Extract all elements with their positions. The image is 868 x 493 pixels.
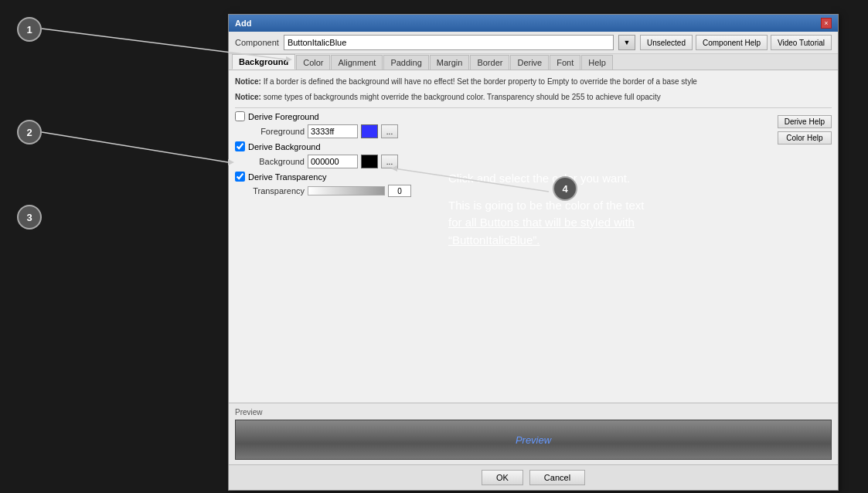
- preview-box: Preview: [235, 420, 832, 460]
- derive-help-button[interactable]: Derive Help: [778, 115, 832, 128]
- annotation-circle-3: 3: [17, 205, 42, 230]
- derive-background-row: Derive Background: [235, 141, 832, 151]
- notice-text-2: Notice: some types of backgrounds might …: [235, 93, 661, 101]
- notice-text-1: Notice: If a border is defined the backg…: [235, 77, 697, 86]
- notice-box-2: Notice: some types of backgrounds might …: [235, 92, 832, 103]
- side-buttons: Derive Help Color Help: [778, 115, 832, 144]
- tab-alignment[interactable]: Alignment: [331, 55, 383, 70]
- foreground-label: Foreground: [235, 127, 305, 136]
- video-tutorial-button[interactable]: Video Tutorial: [771, 35, 832, 50]
- dialog-title: Add: [235, 19, 251, 28]
- tab-color[interactable]: Color: [296, 55, 330, 70]
- separator-1: [235, 107, 832, 108]
- tab-derive[interactable]: Derive: [510, 55, 549, 70]
- background-row: Background ...: [235, 155, 832, 168]
- tabs-row: Background Color Alignment Padding Margi…: [229, 54, 838, 70]
- annotation-circle-2: 2: [17, 120, 42, 144]
- preview-section: Preview Preview: [229, 403, 838, 464]
- component-input[interactable]: [284, 35, 614, 50]
- tab-margin[interactable]: Margin: [430, 55, 470, 70]
- derive-foreground-label: Derive Foreground: [248, 112, 319, 121]
- transparency-slider[interactable]: [308, 186, 385, 196]
- tab-help[interactable]: Help: [581, 55, 613, 70]
- notice-box-1: Notice: If a border is defined the backg…: [235, 76, 832, 87]
- preview-text: Preview: [516, 434, 551, 446]
- background-ellipsis-button[interactable]: ...: [381, 155, 398, 168]
- annotation-instruction-1: Click and select the color you want.: [448, 170, 773, 188]
- derive-foreground-checkbox[interactable]: [235, 111, 245, 121]
- cancel-button[interactable]: Cancel: [529, 470, 585, 485]
- annotation-circle-1: 1: [17, 17, 42, 42]
- background-color-swatch[interactable]: [361, 155, 378, 168]
- add-dialog: Add × Component ▼ Unselected Component H…: [228, 14, 839, 491]
- derive-background-checkbox[interactable]: [235, 141, 245, 151]
- annotation-area: Click and select the color you want. Thi…: [448, 170, 773, 249]
- component-dropdown-button[interactable]: ▼: [618, 35, 635, 50]
- preview-label: Preview: [235, 408, 832, 416]
- tab-background[interactable]: Background: [232, 54, 295, 70]
- derive-foreground-row: Derive Foreground: [235, 111, 832, 121]
- dialog-titlebar: Add ×: [229, 15, 838, 32]
- component-label: Component: [235, 38, 279, 47]
- annotation-instruction-2: This is going to be the color of the tex…: [448, 197, 773, 250]
- transparency-label: Transparency: [235, 186, 305, 196]
- tab-font[interactable]: Font: [550, 55, 580, 70]
- tab-border[interactable]: Border: [470, 55, 509, 70]
- foreground-ellipsis-button[interactable]: ...: [381, 124, 398, 138]
- background-input[interactable]: [308, 155, 358, 168]
- dialog-footer: OK Cancel: [229, 464, 838, 490]
- derive-transparency-checkbox[interactable]: [235, 172, 245, 182]
- background-label: Background: [235, 157, 305, 166]
- svg-line-2: [42, 132, 228, 162]
- foreground-color-swatch[interactable]: [361, 124, 378, 138]
- component-help-button[interactable]: Component Help: [696, 35, 768, 50]
- transparency-value-input[interactable]: [388, 185, 411, 197]
- tab-padding[interactable]: Padding: [383, 55, 428, 70]
- ok-button[interactable]: OK: [482, 470, 523, 485]
- foreground-row: Foreground ...: [235, 124, 832, 138]
- foreground-input[interactable]: [308, 124, 358, 138]
- derive-transparency-label: Derive Transparency: [248, 172, 327, 182]
- unselected-button[interactable]: Unselected: [640, 35, 693, 50]
- header-buttons: Unselected Component Help Video Tutorial: [640, 35, 832, 50]
- annotation-circle-4: 4: [553, 176, 577, 201]
- close-button[interactable]: ×: [821, 18, 832, 29]
- color-help-button[interactable]: Color Help: [778, 131, 832, 144]
- component-row: Component ▼ Unselected Component Help Vi…: [229, 32, 838, 54]
- derive-background-label: Derive Background: [248, 142, 321, 151]
